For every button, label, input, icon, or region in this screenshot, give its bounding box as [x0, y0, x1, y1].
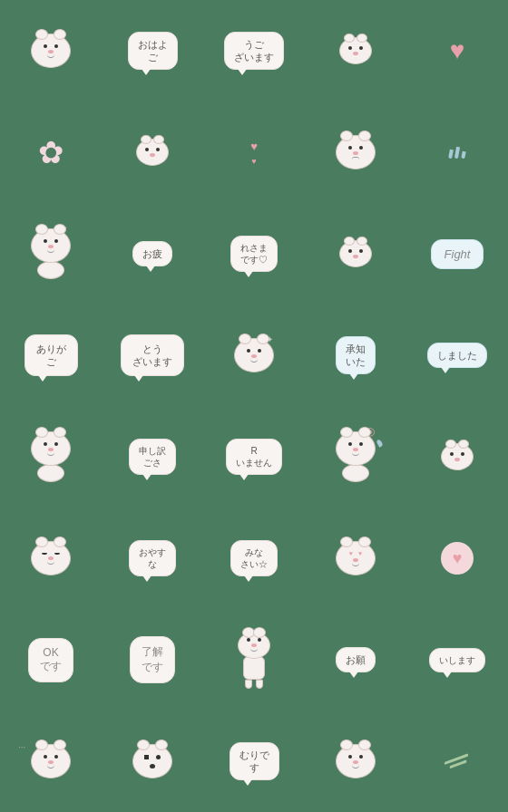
think-dots: ···	[18, 742, 25, 752]
bubble-onegai-1: お願	[336, 647, 376, 672]
sad-mouth	[352, 157, 359, 160]
cell-r7c4: お願	[305, 609, 406, 710]
cell-r4c4: 承知いた	[305, 304, 406, 406]
emoji-grid: おはよご うございます ♥ ✿	[0, 0, 508, 812]
bear-small-2	[136, 139, 169, 166]
cell-r2c3: ♥ ♥	[203, 102, 305, 203]
sweat-drop-icon	[376, 439, 383, 447]
cell-r3c3: れさまです♡	[203, 203, 305, 304]
cell-r8c5	[406, 710, 508, 812]
rain-drops	[449, 147, 465, 159]
heart-eyes-pair: ♥ ♥	[349, 550, 362, 556]
cell-r8c3: むりです	[203, 710, 305, 812]
flower-icon: ✿	[38, 134, 64, 170]
cell-r6c1	[0, 508, 102, 609]
bear-leg-left	[245, 680, 252, 689]
cell-r4c2: とうざいます	[102, 304, 203, 406]
bear-normal-1	[31, 34, 71, 68]
bubble-arigato-2: とうざいます	[121, 334, 184, 377]
open-mouth	[150, 764, 155, 768]
bubble-shochi-2: しました	[427, 343, 487, 368]
cell-r2c1: ✿	[0, 102, 102, 203]
ryokai-bubble: 了解です	[130, 636, 175, 683]
bear-small-1	[339, 37, 372, 64]
cell-r6c5: ♥	[406, 508, 508, 609]
bear-heart-eyes: ♥ ♥	[336, 541, 376, 575]
cell-r1c2: おはよご	[102, 0, 203, 102]
bubble-otsukare-1: お疲	[132, 241, 172, 266]
bubble-shochi-1: 承知いた	[336, 336, 376, 375]
heart-pink-icon: ♥	[453, 549, 463, 568]
bubble-muri: むりです	[230, 742, 279, 781]
bear-small-3	[339, 240, 372, 267]
bear-think: ···	[31, 744, 71, 778]
ribbon-icon: ★	[58, 222, 68, 235]
cell-r4c5: しました	[406, 304, 508, 406]
cell-r7c3	[203, 609, 305, 710]
bubble-otsukare-2: れさまです♡	[230, 236, 278, 272]
bubble-onegai-2: いします	[429, 648, 485, 672]
bear-leg-right	[256, 680, 263, 689]
cell-r7c1: OKです	[0, 609, 102, 710]
cell-r3c2: お疲	[102, 203, 203, 304]
bubble-oyasumi-1: おやすな	[129, 540, 176, 576]
heart-top: ♥	[250, 140, 258, 153]
bear-small-5	[441, 443, 474, 470]
heart-pair: ♥ ♥	[250, 140, 258, 166]
bear-ribbon: ★	[31, 228, 71, 279]
closed-eyes	[42, 553, 60, 555]
cell-r1c5: ♥	[406, 0, 508, 102]
cell-r4c1: ありがご	[0, 304, 102, 406]
cell-r3c5: Fight	[406, 203, 508, 304]
bear-full-body	[238, 632, 270, 689]
cell-r1c3: うございます	[203, 0, 305, 102]
feather-icon	[444, 753, 470, 769]
bubble-ohayo-1: おはよご	[128, 32, 178, 71]
cell-r8c4	[305, 710, 406, 812]
cell-r2c2	[102, 102, 203, 203]
fight-bubble: Fight	[431, 239, 484, 269]
cell-r7c2: 了解です	[102, 609, 203, 710]
bubble-moushiwake-2: Rいません	[226, 439, 282, 475]
bear-normal-8	[336, 744, 376, 778]
cell-r6c2: おやすな	[102, 508, 203, 609]
cell-r5c4: ◎	[305, 406, 406, 508]
bubble-ohayo-2: うございます	[224, 32, 284, 71]
bear-legs	[245, 680, 263, 689]
bear-closed-eyes	[31, 541, 71, 575]
cell-r2c5	[406, 102, 508, 203]
bear-surprised	[132, 744, 172, 778]
heart-large: ♥	[450, 36, 465, 65]
sparkle-icon: ✦	[266, 334, 273, 344]
cell-r1c1	[0, 0, 102, 102]
cell-r6c3: みなさい☆	[203, 508, 305, 609]
bear-sparkle: ✦	[234, 338, 274, 372]
cell-r5c3: Rいません	[203, 406, 305, 508]
cell-r5c1	[0, 406, 102, 508]
cell-r4c3: ✦	[203, 304, 305, 406]
cell-r5c5	[406, 406, 508, 508]
cell-r1c4	[305, 0, 406, 102]
cell-r2c4	[305, 102, 406, 203]
cell-r8c1: ···	[0, 710, 102, 812]
cell-r8c2	[102, 710, 203, 812]
cell-r6c4: ♥ ♥	[305, 508, 406, 609]
heart-circle: ♥	[441, 542, 474, 575]
ok-bubble: OKです	[28, 638, 73, 682]
bear-normal-5	[31, 431, 71, 482]
bear-sad	[336, 135, 376, 169]
bubble-arigato-1: ありがご	[24, 334, 78, 377]
bear-sweat: ◎	[336, 431, 376, 482]
bow-icon: ◎	[366, 425, 375, 438]
bear-torso	[243, 656, 265, 680]
bubble-oyasumi-2: みなさい☆	[230, 540, 278, 576]
cell-r7c5: いします	[406, 609, 508, 710]
bubble-moushiwake-1: 申し訳ごさ	[129, 439, 176, 475]
cell-r3c4	[305, 203, 406, 304]
cell-r3c1: ★	[0, 203, 102, 304]
cell-r5c2: 申し訳ごさ	[102, 406, 203, 508]
heart-bottom: ♥	[251, 157, 256, 166]
